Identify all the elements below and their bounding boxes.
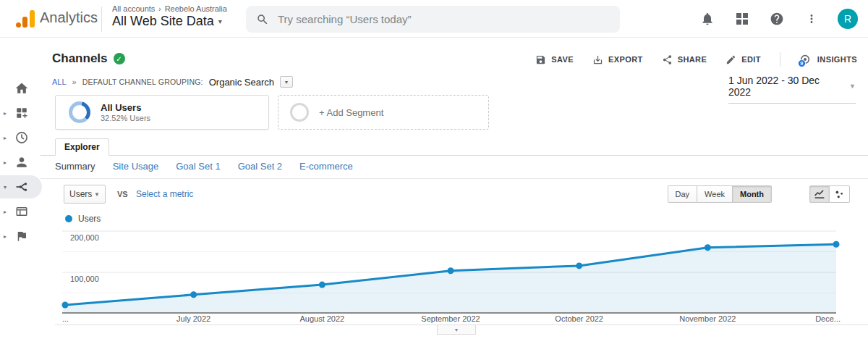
line-chart-icon[interactable]	[809, 185, 830, 203]
analytics-app: Analytics All accounts › Reebelo Austral…	[0, 0, 868, 339]
data-point[interactable]	[319, 282, 326, 288]
expand-arrow-icon[interactable]: ▸	[0, 209, 10, 215]
chevron-down-icon: ▼	[94, 191, 100, 198]
insights-label: INSIGHTS	[817, 55, 857, 64]
realtime-icon	[13, 129, 30, 146]
x-axis-label: ...	[62, 314, 69, 323]
breadcrumb-all-link[interactable]: ALL	[52, 78, 67, 86]
insights-button[interactable]: 9 INSIGHTS	[799, 54, 857, 65]
product-name: Analytics	[40, 9, 98, 26]
help-icon[interactable]	[768, 10, 786, 28]
edit-button[interactable]: EDIT	[726, 54, 761, 65]
subnav-summary[interactable]: Summary	[55, 161, 95, 172]
account-switcher[interactable]: All accounts › Reebelo Australia All Web…	[112, 4, 227, 29]
subnav-goal-set-2[interactable]: Goal Set 2	[238, 161, 282, 172]
segment-donut-icon	[69, 101, 90, 123]
subnav-goal-set-1[interactable]: Goal Set 1	[176, 161, 220, 172]
collapse-arrow-icon[interactable]: ▾	[0, 184, 10, 191]
share-label: SHARE	[678, 55, 707, 64]
analytics-logo-icon[interactable]	[16, 10, 35, 28]
expand-arrow-icon[interactable]: ▸	[0, 159, 10, 166]
channel-grouping-label: DEFAULT CHANNEL GROUPING:	[82, 78, 203, 86]
chevron-right-icon: ›	[158, 5, 161, 13]
chevron-down-icon: ▼	[849, 83, 856, 90]
add-segment-button[interactable]: + Add Segment	[278, 95, 489, 130]
date-range-text: 1 Jun 2022 - 30 Dec 2022	[728, 75, 843, 98]
granularity-toggle: Day Week Month	[668, 185, 772, 203]
sidebar-item-customization[interactable]: ▸	[0, 101, 42, 125]
chart-legend: Users	[65, 214, 101, 224]
divider	[780, 52, 780, 67]
export-label: EXPORT	[608, 55, 643, 64]
expand-arrow-icon[interactable]: ▸	[0, 135, 10, 141]
tab-explorer[interactable]: Explorer	[55, 138, 109, 156]
apps-grid-icon[interactable]	[733, 10, 751, 28]
app-header: Analytics All accounts › Reebelo Austral…	[0, 0, 868, 38]
segment-all-users[interactable]: All Users 32.52% Users	[55, 95, 269, 130]
behavior-icon	[13, 203, 30, 220]
subnav-ecommerce[interactable]: E-commerce	[299, 161, 353, 172]
sidebar-item-behavior[interactable]: ▸	[0, 200, 42, 223]
expand-arrow-icon[interactable]: ▸	[0, 110, 10, 117]
subnav-site-usage[interactable]: Site Usage	[113, 161, 159, 172]
channel-grouping-dropdown[interactable]: ▼	[280, 76, 293, 88]
sidebar-item-audience[interactable]: ▸	[0, 151, 42, 174]
x-axis-label: September 2022	[421, 314, 480, 323]
save-label: SAVE	[551, 55, 574, 64]
granularity-day-button[interactable]: Day	[668, 185, 698, 203]
data-point[interactable]	[705, 244, 711, 251]
chart-type-toggle	[809, 185, 850, 203]
export-button[interactable]: EXPORT	[592, 54, 643, 65]
y-axis-label: 100,000	[70, 275, 99, 283]
search-bar[interactable]	[246, 6, 620, 33]
x-axis-label: August 2022	[299, 314, 344, 323]
granularity-month-button[interactable]: Month	[733, 185, 772, 203]
data-point[interactable]	[833, 241, 840, 248]
share-icon	[662, 54, 673, 65]
header-actions: R	[699, 0, 862, 38]
sidebar-item-acquisition[interactable]: ▾	[0, 175, 42, 198]
data-point[interactable]	[448, 267, 454, 274]
avatar[interactable]: R	[838, 9, 858, 29]
home-icon	[13, 80, 30, 97]
acquisition-icon	[13, 178, 30, 196]
account-name: Reebelo Australia	[165, 4, 227, 13]
metric-dropdown-value: Users	[69, 189, 92, 199]
divider	[41, 178, 868, 179]
axis-options-dropdown[interactable]: ▼	[437, 325, 476, 335]
save-button[interactable]: SAVE	[535, 54, 574, 65]
motion-chart-icon[interactable]	[830, 185, 850, 203]
users-line-chart[interactable]: 200,000100,000...July 2022August 2022Sep…	[0, 225, 868, 339]
kebab-menu-icon[interactable]	[803, 10, 820, 28]
tab-bar-line	[41, 155, 868, 156]
x-axis-label: October 2022	[555, 314, 603, 323]
x-axis-label: Dece...	[815, 314, 841, 323]
download-icon	[592, 54, 603, 65]
data-point[interactable]	[62, 302, 69, 309]
legend-label: Users	[78, 214, 101, 224]
granularity-week-button[interactable]: Week	[697, 185, 733, 203]
divider	[101, 7, 102, 32]
select-metric-link[interactable]: Select a metric	[136, 189, 193, 199]
notifications-bell-icon[interactable]	[699, 10, 716, 28]
edit-pencil-icon	[726, 54, 736, 65]
insights-icon: 9	[799, 54, 812, 65]
verified-shield-icon: ✓	[114, 53, 125, 64]
channel-grouping-value: Organic Search	[209, 77, 274, 88]
data-point[interactable]	[576, 262, 582, 269]
share-button[interactable]: SHARE	[662, 54, 707, 65]
metric-dropdown[interactable]: Users ▼	[64, 185, 106, 204]
data-point[interactable]	[190, 291, 197, 298]
breadcrumb: ALL » DEFAULT CHANNEL GROUPING: Organic …	[52, 76, 293, 88]
metric-controls: Users ▼ VS Select a metric Day Week Mont…	[64, 185, 856, 205]
sidebar-item-home[interactable]	[0, 77, 42, 100]
sidebar-item-realtime[interactable]: ▸	[0, 126, 42, 149]
search-input[interactable]	[278, 13, 610, 25]
save-icon	[535, 54, 546, 65]
chevron-down-icon: ▾	[218, 17, 222, 25]
legend-dot-icon	[65, 215, 72, 222]
vs-label: VS	[117, 190, 128, 198]
add-segment-label: + Add Segment	[319, 107, 383, 118]
y-axis-label: 200,000	[70, 233, 99, 242]
date-range-picker[interactable]: 1 Jun 2022 - 30 Dec 2022 ▼	[728, 75, 856, 104]
